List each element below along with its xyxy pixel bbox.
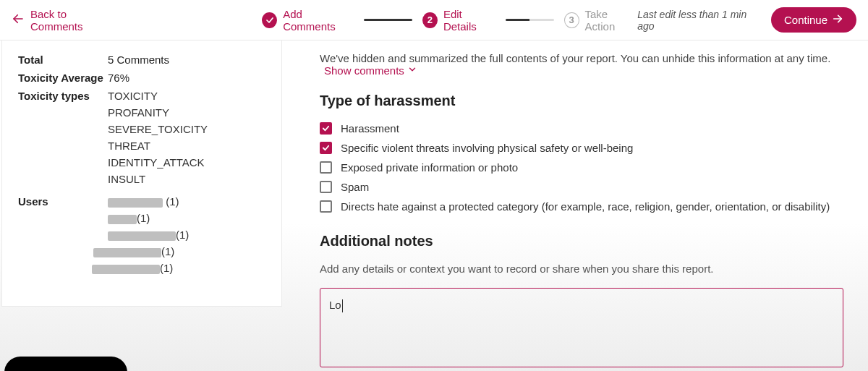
user-item: (1) xyxy=(92,262,265,274)
checkbox-icon[interactable] xyxy=(320,181,332,193)
toxicity-average-value: 76% xyxy=(108,72,129,84)
notes-description: Add any details or context you want to r… xyxy=(320,263,843,275)
checkbox-label: Directs hate against a protected categor… xyxy=(341,200,830,213)
arrow-left-icon xyxy=(12,12,25,27)
stepper: Add Comments 2 Edit Details 3 Take Actio… xyxy=(262,8,637,33)
step-label: Edit Details xyxy=(443,8,495,33)
total-value: 5 Comments xyxy=(108,54,169,66)
back-to-comments-link[interactable]: Back to Comments xyxy=(12,8,117,33)
user-item: (1) xyxy=(108,195,265,208)
bottom-overlay xyxy=(4,357,127,371)
user-item: (1) xyxy=(108,229,265,241)
summary-sidebar: Total 5 Comments Toxicity Average 76% To… xyxy=(1,40,282,307)
text-caret-icon xyxy=(342,299,343,312)
toxicity-type-item: INSULT xyxy=(108,173,265,185)
toxicity-types-list: TOXICITY PROFANITY SEVERE_TOXICITY THREA… xyxy=(108,90,265,189)
user-item: (1) xyxy=(93,245,265,257)
last-edit-text: Last edit less than 1 min ago xyxy=(637,9,761,32)
step-number-icon: 3 xyxy=(564,12,579,28)
main-panel: We've hidden and summarized the full con… xyxy=(282,40,868,371)
hidden-note: We've hidden and summarized the full con… xyxy=(320,52,843,77)
checkbox-row[interactable]: Harassment xyxy=(320,122,843,135)
back-label: Back to Comments xyxy=(30,8,117,33)
step-number-icon: 2 xyxy=(422,12,438,28)
checkbox-label: Exposed private information or photo xyxy=(341,161,518,174)
checkbox-label: Specific violent threats involving physi… xyxy=(341,142,633,154)
step-label: Take Action xyxy=(585,8,638,33)
show-comments-toggle[interactable]: Show comments xyxy=(324,64,417,77)
notes-textarea[interactable]: Lo xyxy=(320,288,843,367)
users-list: (1) (1) (1) (1) (1) xyxy=(108,195,265,278)
toxicity-type-item: SEVERE_TOXICITY xyxy=(108,123,265,135)
checkbox-row[interactable]: Directs hate against a protected categor… xyxy=(320,200,843,213)
step-take-action[interactable]: 3 Take Action xyxy=(564,8,638,33)
toxicity-types-label: Toxicity types xyxy=(18,90,108,189)
checkbox-icon[interactable] xyxy=(320,122,332,135)
step-add-comments[interactable]: Add Comments xyxy=(262,8,354,33)
toxicity-type-item: IDENTITY_ATTACK xyxy=(108,156,265,169)
checkbox-icon[interactable] xyxy=(320,161,332,174)
checkbox-row[interactable]: Specific violent threats involving physi… xyxy=(320,142,843,154)
step-connector xyxy=(506,19,554,21)
toxicity-average-label: Toxicity Average xyxy=(18,72,108,84)
checkbox-icon[interactable] xyxy=(320,142,332,154)
checkbox-label: Spam xyxy=(341,181,369,193)
checkbox-icon[interactable] xyxy=(320,200,332,213)
continue-label: Continue xyxy=(784,14,827,26)
step-label: Add Comments xyxy=(283,8,354,33)
toxicity-type-item: TOXICITY xyxy=(108,90,265,102)
notes-value: Lo xyxy=(329,299,341,311)
step-connector xyxy=(364,19,412,21)
checkbox-label: Harassment xyxy=(341,122,399,135)
top-bar: Back to Comments Add Comments 2 Edit Det… xyxy=(0,0,868,40)
continue-button[interactable]: Continue xyxy=(771,7,856,33)
type-of-harassment-heading: Type of harassment xyxy=(320,93,843,109)
user-item: (1) xyxy=(108,212,265,224)
harassment-checkbox-group: Harassment Specific violent threats invo… xyxy=(320,122,843,213)
toxicity-type-item: PROFANITY xyxy=(108,106,265,119)
checkbox-row[interactable]: Spam xyxy=(320,181,843,193)
total-label: Total xyxy=(18,54,108,66)
step-edit-details[interactable]: 2 Edit Details xyxy=(422,8,495,33)
content: Total 5 Comments Toxicity Average 76% To… xyxy=(0,40,868,371)
toxicity-type-item: THREAT xyxy=(108,140,265,152)
chevron-down-icon xyxy=(407,64,417,77)
checkbox-row[interactable]: Exposed private information or photo xyxy=(320,161,843,174)
additional-notes-heading: Additional notes xyxy=(320,233,843,250)
arrow-right-icon xyxy=(832,13,843,27)
check-circle-icon xyxy=(262,12,277,28)
